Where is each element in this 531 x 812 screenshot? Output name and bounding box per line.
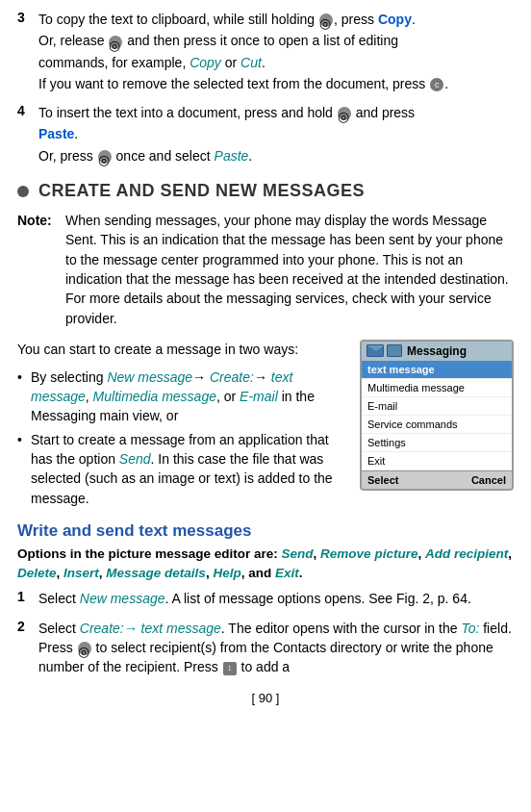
envelope-icon	[367, 344, 384, 357]
two-col-section: You can start to create a message in two…	[17, 340, 514, 512]
step-1: 1 Select New message. A list of message …	[17, 589, 514, 610]
note-block: Note: When sending messages, your phone …	[17, 211, 514, 328]
step-4-line1: To insert the text into a document, pres…	[38, 103, 514, 122]
bullet-list: By selecting New message→ Create:→ text …	[17, 368, 348, 508]
step-3-line2: Or, release ◎ and then press it once to …	[38, 31, 514, 50]
step-3-line1: To copy the text to clipboard, while sti…	[38, 10, 514, 29]
nav-icon-3: ◎	[338, 107, 351, 120]
step-3-line4: If you want to remove the selected text …	[38, 74, 514, 93]
step-4-content: To insert the text into a document, pres…	[38, 103, 514, 167]
intro-and-bullets: You can start to create a message in two…	[17, 340, 348, 512]
step-3-number: 3	[17, 10, 35, 25]
step-2-text: Select Create:→ text message. The editor…	[38, 619, 514, 677]
phone-menu-item-3[interactable]: Service commands	[362, 416, 512, 434]
phone-menu-item-5[interactable]: Exit	[362, 452, 512, 470]
nav-icon-5: ◎	[78, 642, 91, 655]
step-1-number: 1	[17, 589, 35, 604]
phone-menu: text message Multimedia message E-mail S…	[362, 361, 512, 470]
phone-menu-item-0[interactable]: text message	[362, 361, 512, 379]
step-4-line2: Paste.	[38, 124, 514, 143]
step-2-content: Select Create:→ text message. The editor…	[38, 619, 514, 679]
step-4-line3: Or, press ◎ once and select Paste.	[38, 146, 514, 165]
phone-menu-item-4[interactable]: Settings	[362, 434, 512, 452]
nav-icon-2: ◎	[109, 36, 122, 49]
section-title: CREATE AND SEND NEW MESSAGES	[38, 181, 365, 201]
intro-text: You can start to create a message in two…	[17, 340, 348, 360]
bullet-item-1: By selecting New message→ Create:→ text …	[17, 368, 348, 426]
note-content: When sending messages, your phone may di…	[65, 211, 514, 328]
note-label: Note:	[17, 211, 62, 328]
phone-screenshot: Messaging text message Multimedia messag…	[360, 340, 514, 491]
page-number: [ 90 ]	[17, 691, 514, 705]
arrow-icon: ↕	[223, 662, 237, 675]
phone-cancel-btn[interactable]: Cancel	[471, 474, 506, 486]
nav-icon: ◎	[319, 13, 333, 27]
step-3: 3 To copy the text to clipboard, while s…	[17, 10, 514, 95]
phone-title: Messaging	[407, 344, 467, 358]
phone-header-icons	[367, 344, 402, 357]
step-2-number: 2	[17, 619, 35, 634]
bullet-item-2: Start to create a message from an applic…	[17, 430, 348, 508]
section-heading: CREATE AND SEND NEW MESSAGES	[17, 181, 514, 201]
options-line: Options in the picture message editor ar…	[17, 545, 514, 584]
phone-footer: Select Cancel	[362, 470, 512, 489]
step-3-line3: commands, for example, Copy or Cut.	[38, 53, 514, 72]
phone-menu-item-2[interactable]: E-mail	[362, 397, 512, 416]
subsection-title: Write and send text messages	[17, 521, 514, 541]
step-4-number: 4	[17, 103, 35, 118]
phone-menu-item-1[interactable]: Multimedia message	[362, 379, 512, 397]
phone-select-btn[interactable]: Select	[367, 474, 398, 486]
step-2: 2 Select Create:→ text message. The edit…	[17, 619, 514, 679]
step-1-content: Select New message. A list of message op…	[38, 589, 514, 610]
c-icon: c	[430, 78, 443, 91]
step-1-text: Select New message. A list of message op…	[38, 589, 514, 608]
nav-icon-4: ◎	[98, 150, 112, 164]
phone-header: Messaging	[362, 342, 512, 361]
options-label: Options in the picture message editor ar…	[17, 546, 278, 561]
step-4: 4 To insert the text into a document, pr…	[17, 103, 514, 167]
message-icon	[387, 344, 402, 357]
step-3-content: To copy the text to clipboard, while sti…	[38, 10, 514, 95]
section-bullet	[17, 186, 29, 197]
